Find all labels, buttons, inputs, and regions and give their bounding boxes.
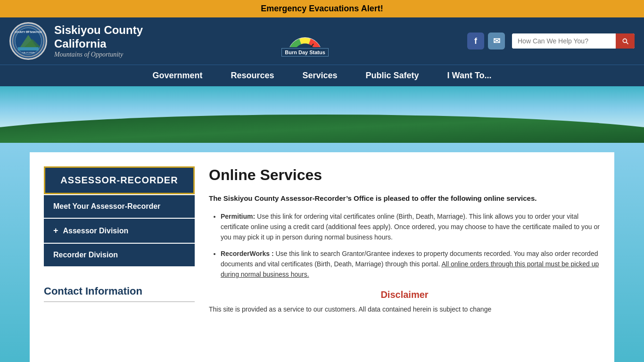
search-bar [512,33,635,49]
gauge-svg [286,26,324,47]
header-center: Burn Day Status [152,26,458,57]
county-seal: COUNTY OF SISKIYOU CALIFORNIA 1852 [9,22,47,60]
search-button[interactable] [616,33,635,49]
nav-bar: Government Resources Services Public Saf… [0,65,644,86]
site-header: COUNTY OF SISKIYOU CALIFORNIA 1852 Siski… [0,17,644,65]
sidebar: ASSESSOR-RECORDER Meet Your Assessor-Rec… [44,166,195,362]
nav-item-resources[interactable]: Resources [216,65,288,86]
plus-icon: + [53,226,58,236]
disclaimer-text: This site is provided as a service to ou… [209,304,600,314]
list-item-permitium: Permitium: Use this link for ordering vi… [221,211,600,243]
nav-item-i-want-to[interactable]: I Want To... [433,65,506,86]
main-section: Online Services The Siskiyou County Asse… [209,166,600,362]
svg-rect-6 [18,47,39,50]
sidebar-item-label: Recorder Division [53,251,118,259]
seal-svg: COUNTY OF SISKIYOU CALIFORNIA 1852 [12,25,45,58]
sidebar-item-meet-assessor[interactable]: Meet Your Assessor-Recorder [44,195,195,218]
hero-image [0,86,644,143]
intro-text: The Siskiyou County Assessor-Recorder’s … [209,193,600,204]
search-icon [621,37,629,45]
search-input[interactable] [512,33,616,49]
main-content: ASSESSOR-RECORDER Meet Your Assessor-Rec… [0,143,644,362]
sidebar-menu: Meet Your Assessor-Recorder + Assessor D… [44,195,195,266]
disclaimer-section: Disclaimer This site is provided as a se… [209,289,600,314]
contact-information-heading: Contact Information [44,285,195,302]
site-subtitle: Mountains of Opportunity [54,51,143,58]
alert-banner: Emergency Evacuations Alert! [0,0,644,17]
sidebar-item-assessor-division[interactable]: + Assessor Division [44,219,195,243]
site-title-area: Siskiyou County California Mountains of … [54,24,143,58]
burn-day-widget[interactable]: Burn Day Status [281,26,329,57]
svg-text:CALIFORNIA: CALIFORNIA [22,51,34,54]
header-right: f ✉ [467,33,635,49]
burn-day-gauge [286,26,324,47]
facebook-button[interactable]: f [467,33,484,49]
burn-day-label: Burn Day Status [281,48,329,57]
nav-item-public-safety[interactable]: Public Safety [352,65,433,86]
nav-item-government[interactable]: Government [138,65,216,86]
sidebar-item-label: Meet Your Assessor-Recorder [53,202,160,211]
services-list: Permitium: Use this link for ordering vi… [221,211,600,280]
email-button[interactable]: ✉ [488,33,505,49]
list-item-recorderworks: RecorderWorks : Use this link to search … [221,248,600,280]
sidebar-title: ASSESSOR-RECORDER [44,166,195,194]
recorderworks-name: RecorderWorks : [221,250,274,257]
content-wrapper: ASSESSOR-RECORDER Meet Your Assessor-Rec… [30,152,614,362]
permitium-name: Permitium: [221,213,255,220]
permitium-description: Use this link for ordering vital certifi… [221,213,600,241]
alert-text: Emergency Evacuations Alert! [261,4,383,13]
logo-area: COUNTY OF SISKIYOU CALIFORNIA 1852 Siski… [9,22,143,60]
social-icons: f ✉ [467,33,505,49]
svg-text:1852: 1852 [26,30,31,33]
site-title: Siskiyou County California [54,24,143,51]
page-title: Online Services [209,166,600,184]
sidebar-item-label: Assessor Division [63,227,129,235]
nav-item-services[interactable]: Services [288,65,351,86]
disclaimer-title: Disclaimer [209,289,600,300]
sidebar-item-recorder-division[interactable]: Recorder Division [44,244,195,266]
